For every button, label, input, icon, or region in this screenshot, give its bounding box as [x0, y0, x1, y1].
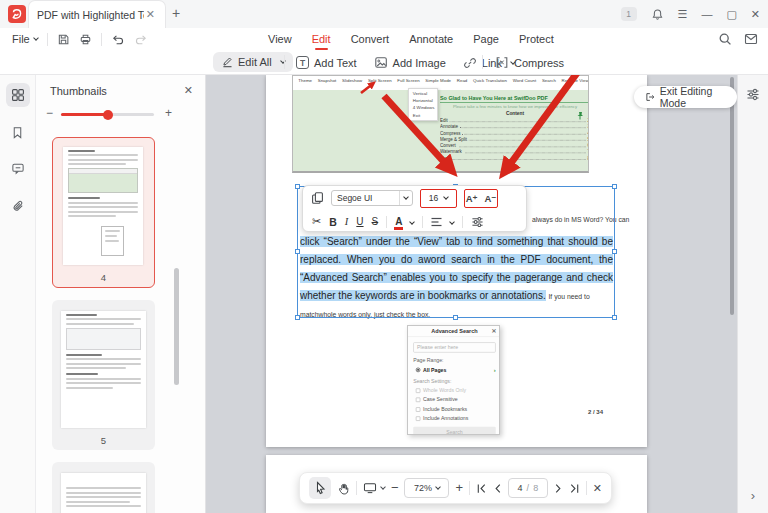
- chevron-down-icon[interactable]: [450, 219, 456, 225]
- zoom-out-button[interactable]: −: [391, 483, 399, 493]
- search-settings-label: Search Settings:: [413, 378, 496, 384]
- decrease-font-button[interactable]: A⁻: [485, 193, 497, 204]
- first-page-button[interactable]: [476, 483, 487, 494]
- search-icon[interactable]: [718, 32, 732, 46]
- resize-handle-mr[interactable]: [612, 249, 617, 254]
- exit-editing-mode-button[interactable]: Exit Editing Mode: [634, 86, 737, 108]
- slider-track[interactable]: [61, 113, 154, 116]
- window-minimize-button[interactable]: —: [701, 8, 712, 20]
- chevron-down-icon: [33, 35, 39, 41]
- zoom-in-thumbs-button[interactable]: +: [165, 106, 172, 120]
- strikethrough-button[interactable]: S: [372, 216, 379, 227]
- copy-icon[interactable]: [311, 191, 324, 205]
- font-color-button[interactable]: A: [395, 217, 402, 227]
- attachments-panel-button[interactable]: [6, 194, 30, 218]
- checkbox-icon: [416, 407, 421, 412]
- close-toolbar-button[interactable]: ✕: [593, 482, 602, 495]
- window-close-button[interactable]: ✕: [751, 8, 760, 21]
- placeholder-lines: [61, 487, 146, 507]
- slider-knob[interactable]: [103, 110, 113, 120]
- checkbox-icon: [416, 388, 421, 393]
- checkbox-icon: [416, 398, 421, 403]
- divider: [47, 33, 48, 46]
- chevron-down-icon[interactable]: [410, 219, 416, 225]
- resize-handle-tl[interactable]: [295, 184, 300, 189]
- properties-settings-icon[interactable]: [738, 88, 768, 101]
- resize-handle-bm[interactable]: [453, 315, 458, 320]
- divider: [462, 216, 463, 228]
- thumbnail-page-5[interactable]: 5: [52, 300, 155, 450]
- resize-handle-ml[interactable]: [295, 249, 300, 254]
- bold-button[interactable]: B: [329, 216, 337, 228]
- thumbnail-preview: [61, 473, 146, 513]
- hamburger-menu-icon[interactable]: ☰: [678, 8, 688, 21]
- resize-handle-br[interactable]: [612, 315, 617, 320]
- add-text-button[interactable]: T Add Text: [296, 56, 357, 69]
- thumbnails-scrollbar[interactable]: [174, 268, 179, 385]
- pdf-page-4[interactable]: Theme Snapshot Slideshow Split Screen Fu…: [266, 75, 647, 447]
- resize-handle-bl[interactable]: [295, 315, 300, 320]
- thumbnail-page-6[interactable]: [52, 462, 155, 513]
- zoom-in-button[interactable]: +: [455, 483, 463, 493]
- placeholder-dialog: [101, 226, 124, 256]
- notification-count-badge[interactable]: 1: [621, 7, 637, 21]
- hand-tool-button[interactable]: [337, 482, 350, 495]
- screenshot-menu-row: Theme Snapshot Slideshow Split Screen Fu…: [295, 78, 589, 83]
- nav-convert[interactable]: Convert: [351, 28, 390, 50]
- redo-button[interactable]: [134, 33, 148, 46]
- nav-protect[interactable]: Protect: [519, 28, 554, 50]
- advanced-search-screenshot[interactable]: Advanced Search✕ Please enter here Page …: [407, 325, 500, 435]
- thumbnail-page-4[interactable]: 4: [52, 137, 155, 288]
- mail-icon[interactable]: [744, 33, 758, 45]
- align-button[interactable]: [431, 217, 442, 227]
- more-settings-icon[interactable]: [471, 216, 484, 228]
- image-icon: [374, 56, 388, 69]
- last-page-button[interactable]: [569, 483, 580, 494]
- bookmarks-panel-button[interactable]: [6, 120, 30, 144]
- document-scrollbar[interactable]: [730, 77, 734, 315]
- font-family-select[interactable]: Segoe UI: [331, 190, 413, 206]
- bell-icon[interactable]: [651, 8, 664, 21]
- undo-button[interactable]: [111, 33, 125, 46]
- nav-page[interactable]: Page: [473, 28, 499, 50]
- nav-edit[interactable]: Edit: [312, 28, 331, 50]
- dialog-content: Advanced Search✕ Please enter here Page …: [408, 326, 500, 435]
- select-tool-button[interactable]: [309, 477, 331, 499]
- zoom-level-select[interactable]: 72%: [404, 478, 449, 498]
- compress-icon: [495, 56, 509, 69]
- tab-close-icon[interactable]: ✕: [144, 8, 157, 21]
- comments-panel-button[interactable]: [6, 157, 30, 181]
- view-mode-button[interactable]: [363, 482, 385, 494]
- nav-annotate[interactable]: Annotate: [409, 28, 453, 50]
- link-icon: [463, 56, 477, 70]
- previous-page-button[interactable]: [493, 483, 502, 494]
- panel-close-icon[interactable]: ✕: [184, 84, 193, 97]
- placeholder-lines: [61, 314, 146, 389]
- embedded-screenshot-image[interactable]: Theme Snapshot Slideshow Split Screen Fu…: [292, 75, 589, 173]
- new-tab-button[interactable]: +: [172, 5, 180, 21]
- file-menu[interactable]: File: [12, 33, 38, 45]
- nav-view[interactable]: View: [268, 28, 292, 50]
- edit-all-button[interactable]: Edit All: [213, 52, 293, 72]
- compress-button[interactable]: Compress: [495, 56, 564, 69]
- resize-handle-tr[interactable]: [612, 184, 617, 189]
- screenshot-dropdown-menu: Vertical Horizontal 4 Windows Exit: [408, 88, 438, 121]
- divider: [101, 33, 102, 46]
- add-image-button[interactable]: Add Image: [374, 56, 446, 69]
- document-tab[interactable]: PDF with Highlighted Text * ✕: [28, 0, 166, 28]
- page-number-input[interactable]: 4 / 8: [508, 478, 548, 498]
- print-button[interactable]: [79, 33, 92, 46]
- collapse-panel-chevron[interactable]: ›: [738, 488, 768, 503]
- cut-icon[interactable]: ✂: [312, 215, 321, 228]
- pencil-icon: [221, 56, 233, 68]
- thumbnails-panel-button[interactable]: [6, 83, 30, 107]
- window-maximize-button[interactable]: ▢: [726, 8, 736, 21]
- italic-button[interactable]: I: [345, 216, 349, 227]
- next-page-button[interactable]: [554, 483, 563, 494]
- increase-font-button[interactable]: A⁺: [466, 193, 478, 204]
- save-button[interactable]: [57, 33, 70, 46]
- zoom-out-thumbs-button[interactable]: −: [46, 106, 53, 120]
- case-sensitive-checkbox: Case Sensitive: [416, 397, 496, 403]
- font-size-select[interactable]: 16: [420, 189, 457, 208]
- underline-button[interactable]: U: [356, 216, 363, 227]
